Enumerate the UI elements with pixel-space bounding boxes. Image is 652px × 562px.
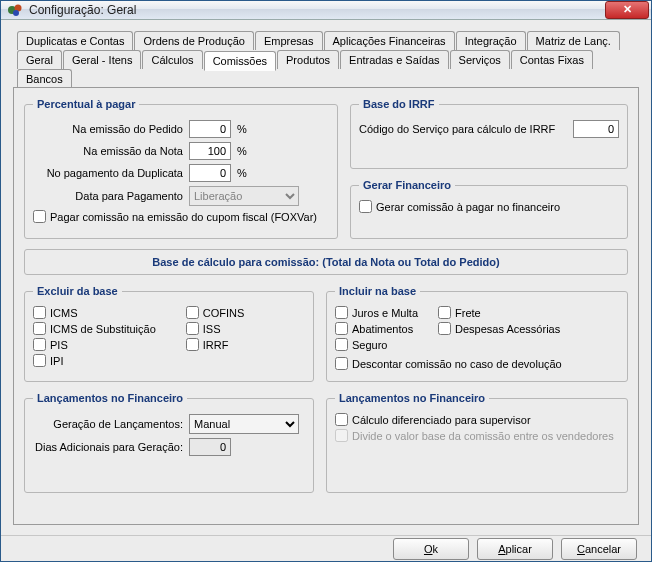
group-lancamentos-left: Lançamentos no Financeiro Geração de Lan… xyxy=(24,392,314,493)
banner-base-calculo: Base de cálculo para comissão: (Total da… xyxy=(24,249,628,275)
group-excluir: Excluir da base ICMSICMS de Substituição… xyxy=(24,285,314,382)
group-excluir-legend: Excluir da base xyxy=(33,285,122,297)
tabstrip-row2: GeralGeral - ItensCálculosComissõesProdu… xyxy=(17,49,639,87)
group-gerar-financeiro: Gerar Financeiro Gerar comissão à pagar … xyxy=(350,179,628,239)
checkbox-excluir-ipi[interactable] xyxy=(33,354,46,367)
label-excluir-icms: ICMS xyxy=(50,307,78,319)
group-percentual: Percentual à pagar Na emissão do Pedido … xyxy=(24,98,338,239)
label-excluir-iss: ISS xyxy=(203,323,221,335)
checkbox-incluir-juros-e-multa[interactable] xyxy=(335,306,348,319)
aplicar-button[interactable]: Aplicar xyxy=(477,538,553,560)
checkbox-incluir-seguro[interactable] xyxy=(335,338,348,351)
tab-empresas[interactable]: Empresas xyxy=(255,31,323,50)
app-icon xyxy=(7,2,23,18)
label-incluir-seguro: Seguro xyxy=(352,339,387,351)
config-window: Configuração: Geral ✕ Duplicatas e Conta… xyxy=(0,0,652,562)
percent-suffix: % xyxy=(237,167,247,179)
label-descontar-devolucao: Descontar comissão no caso de devolução xyxy=(352,358,562,370)
label-excluir-pis: PIS xyxy=(50,339,68,351)
tab-c-lculos[interactable]: Cálculos xyxy=(142,50,202,69)
checkbox-incluir-frete[interactable] xyxy=(438,306,451,319)
label-excluir-ipi: IPI xyxy=(50,355,63,367)
tab-geral-itens[interactable]: Geral - Itens xyxy=(63,50,142,69)
label-gerar-comissao: Gerar comissão à pagar no financeiro xyxy=(376,201,560,213)
close-icon: ✕ xyxy=(623,3,632,15)
checkbox-incluir-abatimentos[interactable] xyxy=(335,322,348,335)
cancelar-button[interactable]: Cancelar xyxy=(561,538,637,560)
label-cupom-fiscal: Pagar comissão na emissão do cupom fisca… xyxy=(50,211,317,223)
checkbox-excluir-irrf[interactable] xyxy=(186,338,199,351)
tab-integra-o[interactable]: Integração xyxy=(456,31,526,50)
group-lancamentos-right: Lançamentos no Financeiro Cálculo difere… xyxy=(326,392,628,493)
group-irrf-legend: Base do IRRF xyxy=(359,98,439,110)
label-emissao-nota: Na emissão da Nota xyxy=(33,145,183,157)
checkbox-calc-supervisor[interactable] xyxy=(335,413,348,426)
group-incluir-legend: Incluir na base xyxy=(335,285,420,297)
label-excluir-cofins: COFINS xyxy=(203,307,245,319)
group-lancamentos-right-legend: Lançamentos no Financeiro xyxy=(335,392,489,404)
tab-contas-fixas[interactable]: Contas Fixas xyxy=(511,50,593,69)
checkbox-excluir-icms[interactable] xyxy=(33,306,46,319)
checkbox-cupom-fiscal[interactable] xyxy=(33,210,46,223)
checkbox-excluir-cofins[interactable] xyxy=(186,306,199,319)
tab-panel-comissoes: Percentual à pagar Na emissão do Pedido … xyxy=(13,87,639,525)
input-dias-adicionais[interactable] xyxy=(189,438,231,456)
content-area: Duplicatas e ContasOrdens de ProduçãoEmp… xyxy=(1,20,651,535)
checkbox-excluir-icms-de-substitui-o[interactable] xyxy=(33,322,46,335)
label-incluir-juros-e-multa: Juros e Multa xyxy=(352,307,418,319)
tab-entradas-e-sa-das[interactable]: Entradas e Saídas xyxy=(340,50,449,69)
percent-suffix: % xyxy=(237,123,247,135)
tab-ordens-de-produ-o[interactable]: Ordens de Produção xyxy=(134,31,254,50)
percent-suffix: % xyxy=(237,145,247,157)
tab-bancos[interactable]: Bancos xyxy=(17,69,72,88)
label-incluir-abatimentos: Abatimentos xyxy=(352,323,413,335)
tabstrip-row1: Duplicatas e ContasOrdens de ProduçãoEmp… xyxy=(17,30,639,49)
checkbox-descontar-devolucao[interactable] xyxy=(335,357,348,370)
input-emissao-nota[interactable] xyxy=(189,142,231,160)
label-calc-supervisor: Cálculo diferenciado para supervisor xyxy=(352,414,531,426)
label-incluir-frete: Frete xyxy=(455,307,481,319)
tab-aplica-es-financeiras[interactable]: Aplicações Financeiras xyxy=(324,31,455,50)
label-geracao-lanc: Geração de Lançamentos: xyxy=(33,418,183,430)
checkbox-gerar-comissao[interactable] xyxy=(359,200,372,213)
checkbox-excluir-pis[interactable] xyxy=(33,338,46,351)
group-incluir: Incluir na base Juros e MultaAbatimentos… xyxy=(326,285,628,382)
select-data-pagamento[interactable]: Liberação xyxy=(189,186,299,206)
input-codigo-irrf[interactable] xyxy=(573,120,619,138)
input-emissao-pedido[interactable] xyxy=(189,120,231,138)
label-excluir-irrf: IRRF xyxy=(203,339,229,351)
checkbox-excluir-iss[interactable] xyxy=(186,322,199,335)
group-irrf: Base do IRRF Código do Serviço para cálc… xyxy=(350,98,628,169)
checkbox-divide-base xyxy=(335,429,348,442)
label-emissao-pedido: Na emissão do Pedido xyxy=(33,123,183,135)
label-data-pagamento: Data para Pagamento xyxy=(33,190,183,202)
group-gerar-financeiro-legend: Gerar Financeiro xyxy=(359,179,455,191)
button-bar: Ok Aplicar Cancelar xyxy=(1,535,651,561)
titlebar: Configuração: Geral ✕ xyxy=(1,1,651,20)
tab-geral[interactable]: Geral xyxy=(17,50,62,69)
label-divide-base: Divide o valor base da comissão entre os… xyxy=(352,430,614,442)
tab-comiss-es[interactable]: Comissões xyxy=(204,51,276,71)
svg-point-2 xyxy=(13,10,19,16)
input-pagto-duplicata[interactable] xyxy=(189,164,231,182)
tab-servi-os[interactable]: Serviços xyxy=(450,50,510,69)
close-button[interactable]: ✕ xyxy=(605,1,649,19)
group-percentual-legend: Percentual à pagar xyxy=(33,98,139,110)
label-codigo-irrf: Código do Serviço para cálculo de IRRF xyxy=(359,123,567,135)
tab-matriz-de-lan-[interactable]: Matriz de Lanç. xyxy=(527,31,620,50)
tab-produtos[interactable]: Produtos xyxy=(277,50,339,69)
group-lancamentos-left-legend: Lançamentos no Financeiro xyxy=(33,392,187,404)
label-excluir-icms-de-substitui-o: ICMS de Substituição xyxy=(50,323,156,335)
select-geracao-lanc[interactable]: Manual xyxy=(189,414,299,434)
tab-duplicatas-e-contas[interactable]: Duplicatas e Contas xyxy=(17,31,133,50)
label-incluir-despesas-acess-rias: Despesas Acessórias xyxy=(455,323,560,335)
checkbox-incluir-despesas-acess-rias[interactable] xyxy=(438,322,451,335)
ok-button[interactable]: Ok xyxy=(393,538,469,560)
label-pagto-duplicata: No pagamento da Duplicata xyxy=(33,167,183,179)
label-dias-adicionais: Dias Adicionais para Geração: xyxy=(33,441,183,453)
window-title: Configuração: Geral xyxy=(29,3,605,17)
